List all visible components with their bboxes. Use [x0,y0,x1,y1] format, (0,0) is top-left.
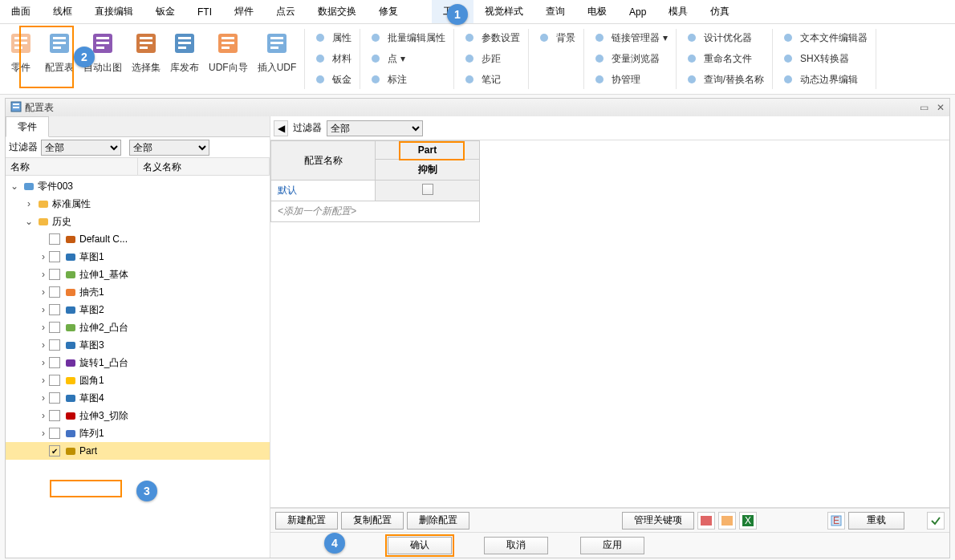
restore-icon[interactable]: ▭ [920,102,929,113]
twisty-icon[interactable]: › [38,428,49,439]
ribbon-small-dyn[interactable]: 动态边界编辑 [781,69,868,90]
tree-row[interactable]: ›拉伸1_基体 [6,266,270,283]
twisty-icon[interactable]: › [38,322,49,333]
reload-button[interactable]: 重载 [848,512,904,530]
ribbon-small-dim[interactable]: 标注 [368,69,445,90]
menu-12[interactable]: 查询 [534,0,576,23]
tree-row[interactable]: ›抽壳1 [6,283,270,301]
copy-config-button[interactable]: 复制配置 [341,512,404,530]
ribbon-small-step[interactable]: 步距 [462,48,520,69]
apply-check-icon[interactable] [927,512,945,530]
new-config-button[interactable]: 新建配置 [275,512,338,530]
ribbon-udfins[interactable]: 插入UDF [253,24,302,94]
twisty-icon[interactable]: ⌄ [9,181,20,192]
ribbon-small-txt[interactable]: 文本文件编辑器 [781,27,868,48]
tree-row[interactable]: ›拉伸3_切除 [6,407,270,424]
ok-button[interactable]: 确认 [388,537,452,554]
row-default[interactable]: 默认 [271,181,376,201]
checkbox[interactable] [49,375,60,386]
menu-3[interactable]: 钣金 [144,0,186,23]
ribbon-small-prop[interactable]: 属性 [313,27,352,48]
twisty-icon[interactable]: › [38,251,49,262]
tree-row[interactable]: ›草图1 [6,248,270,266]
twisty-icon[interactable]: ⌄ [23,216,35,227]
menu-15[interactable]: 模具 [657,0,699,23]
checkbox[interactable] [49,286,60,298]
tree-row[interactable]: ⌄历史 [6,213,270,230]
tree-row[interactable]: ›草图3 [6,336,270,354]
checkbox[interactable] [49,357,60,368]
delete-config-button[interactable]: 删除配置 [407,512,469,530]
twisty-icon[interactable]: › [38,304,49,315]
menu-4[interactable]: FTI [186,0,223,23]
add-config-row[interactable]: <添加一个新配置> [271,201,480,222]
twisty-icon[interactable]: › [38,392,49,404]
ribbon-small-ren[interactable]: 重命名文件 [685,48,764,69]
menu-16[interactable]: 仿真 [699,0,741,23]
ribbon-cfgtable[interactable]: 配置表 [40,24,79,94]
ribbon-small-mgr[interactable]: 协管理 [592,69,667,90]
ribbon-small-batch[interactable]: 批量编辑属性 [368,27,445,48]
checkbox[interactable] [49,428,60,439]
checkbox[interactable] [49,304,60,315]
menu-13[interactable]: 电极 [576,0,618,23]
ribbon-small-opt[interactable]: 设计优化器 [685,27,764,48]
checkbox[interactable] [49,410,60,421]
tree-row[interactable]: ⌄零件003 [6,177,270,195]
menu-8[interactable]: 修复 [368,0,409,23]
tree-row[interactable]: ›标准属性 [6,195,270,213]
nav-prev-button[interactable]: ◀ [274,120,288,136]
menu-0[interactable]: 曲面 [0,0,42,23]
ribbon-small-note[interactable]: 笔记 [462,69,520,90]
checkbox[interactable] [49,322,60,333]
checkbox[interactable] [49,233,60,245]
tree-row[interactable]: ›拉伸2_凸台 [6,319,270,336]
close-icon[interactable]: ✕ [937,102,945,113]
tree-row[interactable]: ✔Part [6,442,270,460]
tab-part[interactable]: 零件 [6,116,49,137]
apply-button[interactable]: 应用 [580,537,644,554]
twisty-icon[interactable]: › [38,286,49,298]
ribbon-small-link[interactable]: 链接管理器 ▾ [592,27,667,48]
menu-14[interactable]: App [618,0,657,23]
ribbon-selset[interactable]: 选择集 [127,24,165,94]
twisty-icon[interactable]: › [23,198,35,209]
menu-2[interactable]: 直接编辑 [83,0,144,23]
manage-keys-button[interactable]: 管理关键项 [622,512,694,530]
checkbox[interactable] [49,392,60,404]
ribbon-small-param[interactable]: 参数设置 [462,27,520,48]
tree-row[interactable]: Default C... [6,230,270,248]
checkbox[interactable] [49,269,60,280]
ribbon-udfwiz[interactable]: UDF向导 [204,24,253,94]
twisty-icon[interactable]: › [38,269,49,280]
twisty-icon[interactable]: › [38,339,49,351]
right-filter-select[interactable]: 全部 [327,120,423,136]
filter-select-1[interactable]: 全部 [41,140,121,156]
ribbon-part[interactable]: 零件 [2,24,40,94]
tree-row[interactable]: ›圆角1 [6,371,270,389]
twisty-icon[interactable]: › [38,375,49,386]
checkbox[interactable] [49,251,60,262]
checkbox[interactable]: ✔ [49,445,60,457]
ribbon-small-mat[interactable]: 材料 [313,48,352,69]
suppress-checkbox[interactable] [376,181,480,201]
tree-row[interactable]: ›阵列1 [6,424,270,442]
menu-6[interactable]: 点云 [265,0,307,23]
feature-tree[interactable]: ⌄零件003›标准属性⌄历史Default C...›草图1›拉伸1_基体›抽壳… [6,176,270,558]
excel-icon[interactable]: X [739,512,757,530]
ribbon-small-bg[interactable]: 背景 [537,27,575,48]
menu-11[interactable]: 视觉样式 [473,0,534,23]
checkbox[interactable] [49,339,60,351]
ribbon-small-var[interactable]: 变量浏览器 [592,48,667,69]
cancel-button[interactable]: 取消 [484,537,548,554]
tree-row[interactable]: ›草图4 [6,389,270,407]
ribbon-small-pt[interactable]: 点 ▾ [368,48,445,69]
ribbon-small-find[interactable]: 查询/替换名称 [685,69,764,90]
menu-9[interactable] [409,0,432,23]
menu-1[interactable]: 线框 [42,0,83,23]
folder-orange-icon[interactable] [718,512,736,530]
twisty-icon[interactable]: › [38,410,49,421]
ribbon-small-shx[interactable]: SHX转换器 [781,48,868,69]
tree-row[interactable]: ›草图2 [6,301,270,319]
folder-red-icon[interactable] [697,512,715,530]
